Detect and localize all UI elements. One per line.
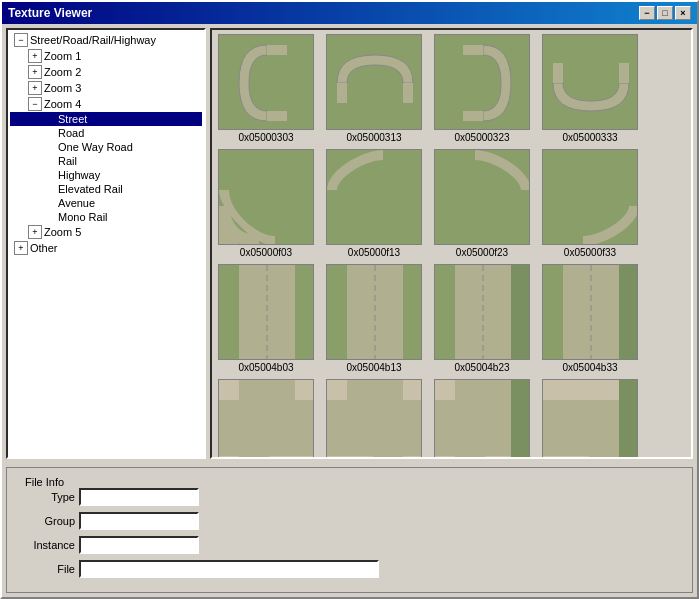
svg-rect-34 (239, 380, 295, 400)
minimize-button[interactable]: − (639, 6, 655, 20)
texture-label-0x05000333: 0x05000333 (562, 132, 617, 143)
texture-cell-0x05000313[interactable]: 0x05000313 (324, 34, 424, 143)
tree-expander-zoom2[interactable]: + (28, 65, 42, 79)
tree-item-onewayroad[interactable]: One Way Road (10, 140, 202, 154)
texture-label-0x05000f03: 0x05000f03 (240, 247, 292, 258)
svg-rect-38 (347, 380, 403, 400)
tree-expander-zoom4[interactable]: − (28, 97, 42, 111)
texture-cell-0x05000f23[interactable]: 0x05000f23 (432, 149, 532, 258)
svg-rect-47 (619, 380, 638, 459)
texture-cell-0x05000f33[interactable]: 0x05000f33 (540, 149, 640, 258)
svg-rect-2 (267, 111, 287, 121)
tree-item-monorail[interactable]: Mono Rail (10, 210, 202, 224)
tree-label-highway: Highway (58, 169, 100, 181)
tree-item-zoom2[interactable]: + Zoom 2 (10, 64, 202, 80)
tree-item-street[interactable]: Street (10, 112, 202, 126)
tree-expander-root[interactable]: − (14, 33, 28, 47)
tree-label-zoom2: Zoom 2 (44, 66, 81, 78)
tree-label-avenue: Avenue (58, 197, 95, 209)
svg-rect-4 (337, 83, 347, 103)
tree-item-rail[interactable]: Rail (10, 154, 202, 168)
texture-cell-0x05004b03[interactable]: 0x05004b03 (216, 264, 316, 373)
file-info-group-input[interactable] (79, 512, 199, 530)
texture-cell-0x05004c03[interactable]: 0x05004c03 (216, 379, 316, 459)
tree-panel[interactable]: − Street/Road/Rail/Highway + Zoom 1 + Zo… (6, 28, 206, 459)
tree-item-zoom1[interactable]: + Zoom 1 (10, 48, 202, 64)
texture-cell-0x05004b33[interactable]: 0x05004b33 (540, 264, 640, 373)
texture-label-0x05004b23: 0x05004b23 (454, 362, 509, 373)
tree-item-highway[interactable]: Highway (10, 168, 202, 182)
file-info-instance-input[interactable] (79, 536, 199, 554)
texture-row-1: 0x05000303 0x05000313 (216, 34, 687, 143)
file-info-title: File Info (21, 476, 68, 488)
main-window: Texture Viewer − □ × − Street/Road/Rail/… (0, 0, 699, 599)
tree-label-elevatedrail: Elevated Rail (58, 183, 123, 195)
texture-thumb-0x05004c33 (542, 379, 638, 459)
texture-cell-0x05004b13[interactable]: 0x05004b13 (324, 264, 424, 373)
svg-rect-37 (327, 400, 422, 456)
file-info-type-input[interactable] (79, 488, 199, 506)
svg-rect-30 (619, 265, 638, 360)
texture-cell-0x05004c33[interactable]: 0x05004c33 (540, 379, 640, 459)
texture-label-0x05000f23: 0x05000f23 (456, 247, 508, 258)
texture-label-0x05000313: 0x05000313 (346, 132, 401, 143)
texture-thumb-0x05004c23 (434, 379, 530, 459)
texture-label-0x05004b13: 0x05004b13 (346, 362, 401, 373)
tree-expander-zoom1[interactable]: + (28, 49, 42, 63)
svg-rect-42 (455, 380, 511, 400)
tree-expander-other[interactable]: + (14, 241, 28, 255)
file-info-group-row: Group (15, 512, 684, 530)
texture-thumb-0x05000f33 (542, 149, 638, 245)
tree-item-root[interactable]: − Street/Road/Rail/Highway (10, 32, 202, 48)
file-info-file-input[interactable] (79, 560, 379, 578)
svg-rect-48 (589, 456, 619, 459)
texture-thumb-0x05000f13 (326, 149, 422, 245)
maximize-button[interactable]: □ (657, 6, 673, 20)
texture-cell-0x05004c13[interactable]: 0x05004c13 (324, 379, 424, 459)
svg-rect-17 (543, 150, 638, 245)
file-info-type-label: Type (15, 491, 75, 503)
texture-label-0x05004b33: 0x05004b33 (562, 362, 617, 373)
texture-cell-0x05000f13[interactable]: 0x05000f13 (324, 149, 424, 258)
window-title: Texture Viewer (8, 6, 92, 20)
tree-item-other[interactable]: + Other (10, 240, 202, 256)
tree-item-road[interactable]: Road (10, 126, 202, 140)
file-info-instance-row: Instance (15, 536, 684, 554)
svg-rect-43 (511, 380, 530, 459)
tree-item-zoom4[interactable]: − Zoom 4 (10, 96, 202, 112)
tree-item-zoom3[interactable]: + Zoom 3 (10, 80, 202, 96)
tree-label-street: Street (58, 113, 87, 125)
texture-panel[interactable]: 0x05000303 0x05000313 (210, 28, 693, 459)
svg-rect-35 (239, 456, 269, 459)
tree-expander-zoom3[interactable]: + (28, 81, 42, 95)
svg-rect-44 (455, 456, 485, 459)
texture-row-4: 0x05004c03 0x05004c13 (216, 379, 687, 459)
svg-rect-39 (373, 456, 403, 459)
tree-item-zoom5[interactable]: + Zoom 5 (10, 224, 202, 240)
texture-cell-0x05004b23[interactable]: 0x05004b23 (432, 264, 532, 373)
texture-thumb-0x05004c13 (326, 379, 422, 459)
texture-label-0x05000f33: 0x05000f33 (564, 247, 616, 258)
texture-cell-0x05004c23[interactable]: 0x05004c23 (432, 379, 532, 459)
texture-thumb-0x05000f23 (434, 149, 530, 245)
texture-thumb-0x05004b13 (326, 264, 422, 360)
texture-label-0x05004b03: 0x05004b03 (238, 362, 293, 373)
svg-rect-10 (553, 63, 563, 83)
svg-rect-26 (511, 265, 530, 360)
tree-item-avenue[interactable]: Avenue (10, 196, 202, 210)
texture-thumb-0x05000303 (218, 34, 314, 130)
tree-label-road: Road (58, 127, 84, 139)
texture-cell-0x05000333[interactable]: 0x05000333 (540, 34, 640, 143)
svg-rect-33 (219, 400, 314, 456)
texture-cell-0x05000323[interactable]: 0x05000323 (432, 34, 532, 143)
tree-item-elevatedrail[interactable]: Elevated Rail (10, 182, 202, 196)
texture-cell-0x05000f03[interactable]: 0x05000f03 (216, 149, 316, 258)
tree-expander-zoom5[interactable]: + (28, 225, 42, 239)
tree-label-root: Street/Road/Rail/Highway (30, 34, 156, 46)
texture-thumb-0x05000333 (542, 34, 638, 130)
close-button[interactable]: × (675, 6, 691, 20)
svg-rect-15 (327, 150, 422, 245)
texture-cell-0x05000303[interactable]: 0x05000303 (216, 34, 316, 143)
title-bar-buttons: − □ × (639, 6, 691, 20)
texture-label-0x05000f13: 0x05000f13 (348, 247, 400, 258)
